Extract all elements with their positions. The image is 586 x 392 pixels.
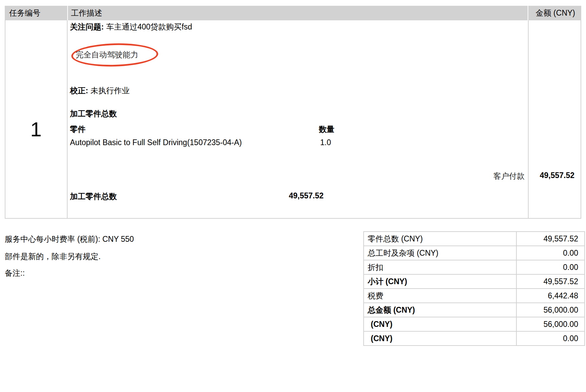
concern-label: 关注问题: [70, 22, 104, 31]
summary-value: 56,000.00 [516, 303, 585, 317]
summary-row-grand-total: 总金额 (CNY) 56,000.00 [364, 303, 585, 317]
header-amount-cny-label: 金额 (CNY) [536, 8, 575, 18]
header-task-number: 任务编号 [5, 6, 67, 20]
header-amount-cny: 金额 (CNY) [528, 6, 581, 20]
summary-value: 0.00 [516, 260, 585, 274]
part-qty: 1.0 [320, 138, 331, 147]
summary-row-cny-paid: (CNY) 56,000.00 [364, 317, 585, 331]
customer-payment-label: 客户付款 [70, 171, 525, 181]
summary-row-subtotal: 小计 (CNY) 49,557.52 [364, 274, 585, 289]
correction-line: 校正:未执行作业 [70, 85, 130, 96]
part-row: Autopilot Basic to Full Self Driving(150… [70, 138, 331, 147]
summary-label: 小计 (CNY) [364, 274, 516, 289]
header-work-description-label: 工作描述 [71, 8, 102, 18]
correction-label: 校正: [70, 86, 88, 95]
parts-total-label: 加工零件总数 [70, 191, 117, 202]
header-task-number-label: 任务编号 [9, 8, 40, 18]
customer-payment-amount: 49,557.52 [529, 171, 574, 180]
parts-total-amount: 49,557.52 [289, 191, 324, 202]
summary-row-parts-total: 零件总数 (CNY) 49,557.52 [364, 232, 585, 246]
summary-row-tax: 税费 6,442.48 [364, 289, 585, 303]
summary-label: (CNY) [364, 317, 516, 331]
summary-row-discount: 折扣 0.00 [364, 260, 585, 274]
summary-row-labor-misc: 总工时及杂项 (CNY) 0.00 [364, 246, 585, 260]
hourly-rate-note: 服务中心每小时费率 (税前): CNY 550 [5, 234, 134, 244]
summary-value: 0.00 [516, 331, 585, 346]
parts-section-title: 加工零件总数 [70, 109, 117, 119]
summary-label: 总金额 (CNY) [364, 303, 516, 317]
concern-line: 关注问题:车主通过400贷款购买fsd [70, 22, 192, 32]
summary-row-cny-due: (CNY) 0.00 [364, 331, 585, 346]
column-divider-amount [528, 20, 529, 219]
summary-label: 总工时及杂项 (CNY) [364, 246, 516, 260]
part-name: Autopilot Basic to Full Self Driving(150… [70, 138, 242, 147]
parts-header-row: 零件 数量 [70, 124, 334, 135]
header-work-description: 工作描述 [68, 6, 528, 20]
summary-value: 0.00 [516, 246, 585, 260]
summary-value: 56,000.00 [516, 317, 585, 331]
correction-text: 未执行作业 [91, 86, 130, 95]
summary-label: (CNY) [364, 331, 516, 346]
parts-new-note: 部件是新的，除非另有规定. [5, 251, 100, 262]
remarks-label: 备注:: [5, 268, 25, 278]
parts-total-row: 加工零件总数 49,557.52 [70, 191, 324, 202]
parts-col-part: 零件 [70, 124, 86, 135]
summary-label: 税费 [364, 289, 516, 303]
service-invoice-page: { "colors": { "header_bg": "#d2d2d2", "b… [0, 0, 586, 392]
circled-text: 完全自动驾驶能力 [76, 50, 138, 60]
summary-totals-table: 零件总数 (CNY) 49,557.52 总工时及杂项 (CNY) 0.00 折… [363, 231, 585, 346]
summary-value: 49,557.52 [516, 232, 585, 246]
invoice-table-header: 任务编号 工作描述 金额 (CNY) [5, 6, 581, 20]
task-number: 1 [5, 119, 67, 140]
summary-label: 折扣 [364, 260, 516, 274]
summary-label: 零件总数 (CNY) [364, 232, 516, 246]
concern-text: 车主通过400贷款购买fsd [106, 22, 192, 31]
summary-value: 49,557.52 [516, 274, 585, 289]
parts-col-qty: 数量 [319, 124, 334, 135]
summary-value: 6,442.48 [516, 289, 585, 303]
